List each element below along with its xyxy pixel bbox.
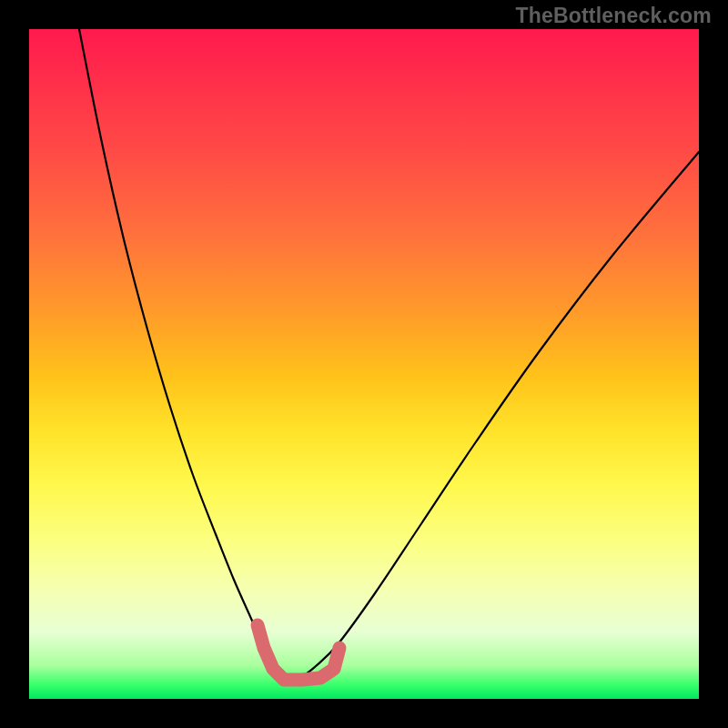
marker-layer [29, 29, 699, 699]
plot-area [29, 29, 699, 699]
optimal-marker [258, 625, 339, 680]
chart-frame: TheBottleneck.com [0, 0, 728, 728]
watermark-text: TheBottleneck.com [515, 4, 712, 28]
